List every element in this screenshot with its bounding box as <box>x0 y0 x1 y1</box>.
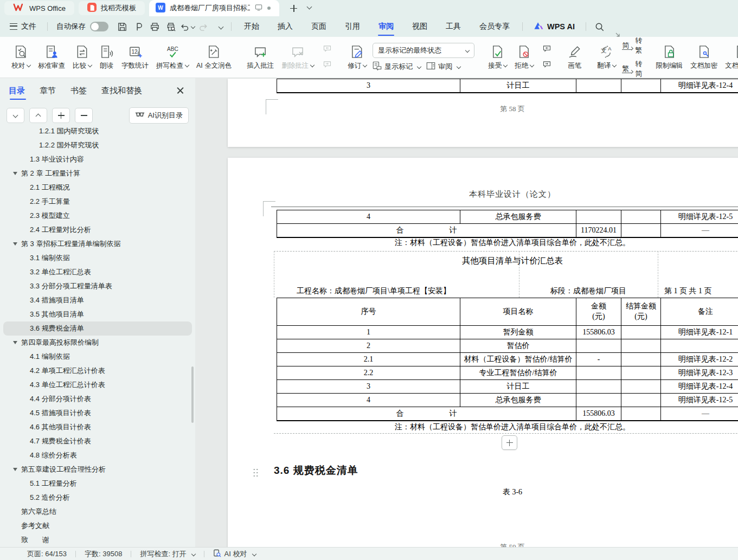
toc-item[interactable]: 4.4 分部分项计价表 <box>3 392 192 406</box>
toc-item[interactable]: 5.1 工程量分析 <box>3 477 192 491</box>
to-traditional-button[interactable]: 简转繁 <box>622 36 642 55</box>
close-sidebar-button[interactable] <box>175 85 187 96</box>
show-markup-button[interactable]: 显示标记 <box>373 61 421 72</box>
tab-wps-office[interactable]: WPS Office <box>4 1 74 15</box>
zoom-out-button[interactable] <box>75 108 93 123</box>
toc-item[interactable]: 第六章总结 <box>3 505 192 519</box>
sidebar-tab-书签[interactable]: 书签 <box>70 78 87 103</box>
toc-item[interactable]: 第 3 章招标工程量清单编制依据 <box>3 237 192 251</box>
menu-tab-插入[interactable]: 插入 <box>268 16 302 37</box>
toc-item[interactable]: 3.2 单位工程汇总表 <box>3 265 192 279</box>
toc-item[interactable]: 1.2.1 国内研究现状 <box>3 127 192 138</box>
menu-tab-视图[interactable]: 视图 <box>403 16 437 37</box>
toc-item[interactable]: 2.3 模型建立 <box>3 209 192 223</box>
menu-tab-页面[interactable]: 页面 <box>302 16 336 37</box>
tab-docer-templates[interactable]: 找稻壳模板 <box>79 1 145 15</box>
toc-item[interactable]: 第 2 章 工程量计算 <box>3 166 192 181</box>
expand-all-button[interactable] <box>7 108 24 123</box>
next-change-button[interactable] <box>540 60 553 70</box>
toc-item[interactable]: 3.4 措施项目清单 <box>3 293 192 307</box>
toc-item[interactable]: 4.8 综价分析表 <box>3 448 192 462</box>
paragraph-drag-handle[interactable] <box>253 468 259 478</box>
word-count-button[interactable]: 12字数统计 <box>118 43 152 72</box>
wps-ai-button[interactable]: WPS AI <box>526 21 582 32</box>
menu-tab-审阅[interactable]: 审阅 <box>369 16 403 37</box>
sidebar-tab-章节[interactable]: 章节 <box>40 78 56 103</box>
zoom-in-button[interactable] <box>52 108 70 123</box>
toc-item[interactable]: 3.3 分部分项工程量清单表 <box>3 279 192 293</box>
save-button[interactable] <box>114 19 130 34</box>
toc-item[interactable]: 第五章建设工程合理性分析 <box>3 462 192 477</box>
review-pane-button[interactable]: 审阅 <box>426 61 460 72</box>
standard-review-button[interactable]: 标准审查 <box>34 43 69 72</box>
page-indicator[interactable]: 页面: 64/153 <box>26 549 68 559</box>
collapse-ribbon-button[interactable] <box>614 30 621 37</box>
toc-item[interactable]: 参考文献 <box>3 519 192 533</box>
toc-item[interactable]: 4.2 单项工程汇总计价表 <box>3 364 192 378</box>
toc-item[interactable]: 3.1 编制依据 <box>3 251 192 265</box>
markup-state-dropdown[interactable]: 显示标记的最终状态 <box>373 43 474 58</box>
next-comment-button[interactable] <box>320 60 333 70</box>
restrict-editing-button[interactable]: 限制编辑 <box>652 43 686 72</box>
collapse-all-button[interactable] <box>29 108 47 123</box>
export-pdf-button[interactable] <box>131 19 146 34</box>
accept-button[interactable]: 接受 <box>484 43 511 72</box>
autosave-toggle[interactable] <box>90 22 108 31</box>
file-menu-button[interactable]: 文件 <box>0 16 44 37</box>
toc-item[interactable]: 1.2.2 国外研究现状 <box>3 138 192 152</box>
toc-item[interactable]: 5.2 造价分析 <box>3 491 192 505</box>
menu-tab-引用[interactable]: 引用 <box>336 16 369 37</box>
delete-comment-button[interactable]: 删除批注 <box>278 43 318 72</box>
toc-item[interactable]: 2.2 手工算量 <box>3 195 192 209</box>
menu-tab-会员专享[interactable]: 会员专享 <box>470 16 519 37</box>
tab-document[interactable]: W 成都卷烟厂厂房项目招标工程 <box>149 0 279 16</box>
toc-item[interactable]: 致 谢 <box>3 533 192 547</box>
redo-button[interactable] <box>196 19 211 34</box>
toc-item[interactable]: 4.3 单位工程汇总计价表 <box>3 378 192 392</box>
previous-change-button[interactable] <box>540 44 553 55</box>
ai-polish-button[interactable]: AI 全文润色 <box>192 43 235 72</box>
toc-item[interactable]: 4.1 编制依据 <box>3 350 192 364</box>
print-button[interactable] <box>147 19 162 34</box>
toc-item[interactable]: 3.6 规费税金清单 <box>3 321 192 336</box>
proofread-button[interactable]: 校对 <box>8 43 34 72</box>
toc-item[interactable]: 1.3 毕业设计内容 <box>3 152 192 166</box>
monitor-icon[interactable] <box>254 3 263 13</box>
spell-check-button[interactable]: ABC拼写检查 <box>152 43 192 72</box>
to-simplified-button[interactable]: 繁转简 <box>622 59 642 79</box>
read-aloud-button[interactable]: 朗读 <box>95 43 118 72</box>
toc-item[interactable]: 3.5 其他项目清单 <box>3 307 192 321</box>
track-changes-button[interactable]: 修订 <box>344 43 370 72</box>
sidebar-tab-目录[interactable]: 目录 <box>9 78 25 103</box>
finalize-button[interactable]: 文档定稿 <box>721 43 738 72</box>
document-page-58[interactable]: 3计日工明细详见表-12-4 第 58 页 <box>228 79 738 147</box>
toc-item[interactable]: 4.5 措施项目计价表 <box>3 406 192 420</box>
ink-pen-button[interactable]: 画笔 <box>563 43 586 72</box>
previous-comment-button[interactable] <box>320 44 333 55</box>
menu-tab-工具[interactable]: 工具 <box>437 16 470 37</box>
ai-proofread-status[interactable]: AI 校对 <box>212 549 257 559</box>
spell-check-status[interactable]: 拼写检查: 打开 <box>139 549 196 559</box>
reject-button[interactable]: 拒绝 <box>511 43 537 72</box>
sidebar-scrollbar[interactable] <box>191 366 194 423</box>
compare-button[interactable]: 比较 <box>69 43 95 72</box>
toc-item[interactable]: 4.7 规费税金计价表 <box>3 434 192 448</box>
toc-item[interactable]: 2.4 工程量对比分析 <box>3 223 192 237</box>
menu-tab-开始[interactable]: 开始 <box>235 16 268 37</box>
add-table-row-button[interactable] <box>502 435 517 450</box>
word-count-indicator[interactable]: 字数: 39508 <box>84 549 123 559</box>
insert-comment-button[interactable]: 插入批注 <box>243 43 278 72</box>
sidebar-tab-查找和替换[interactable]: 查找和替换 <box>101 78 142 103</box>
document-page-59[interactable]: 本科毕业设计（论文） 4总承包服务费明细详见表-12-5合 计1170224.0… <box>228 158 738 548</box>
translate-button[interactable]: 文A翻译 <box>593 43 620 72</box>
ai-recognize-toc-button[interactable]: AI识别目录 <box>129 107 189 124</box>
encrypt-button[interactable]: 文档加密 <box>686 43 721 72</box>
print-preview-button[interactable] <box>163 19 178 34</box>
toc-item[interactable]: 2.1 工程概况 <box>3 181 192 195</box>
new-tab-button[interactable] <box>287 1 301 15</box>
toc-item[interactable]: 4.6 其他项目计价表 <box>3 420 192 434</box>
more-commands-chevron[interactable] <box>212 19 227 34</box>
undo-button[interactable] <box>179 19 195 34</box>
search-button[interactable] <box>592 19 607 34</box>
tab-list-chevron-button[interactable] <box>305 2 311 12</box>
